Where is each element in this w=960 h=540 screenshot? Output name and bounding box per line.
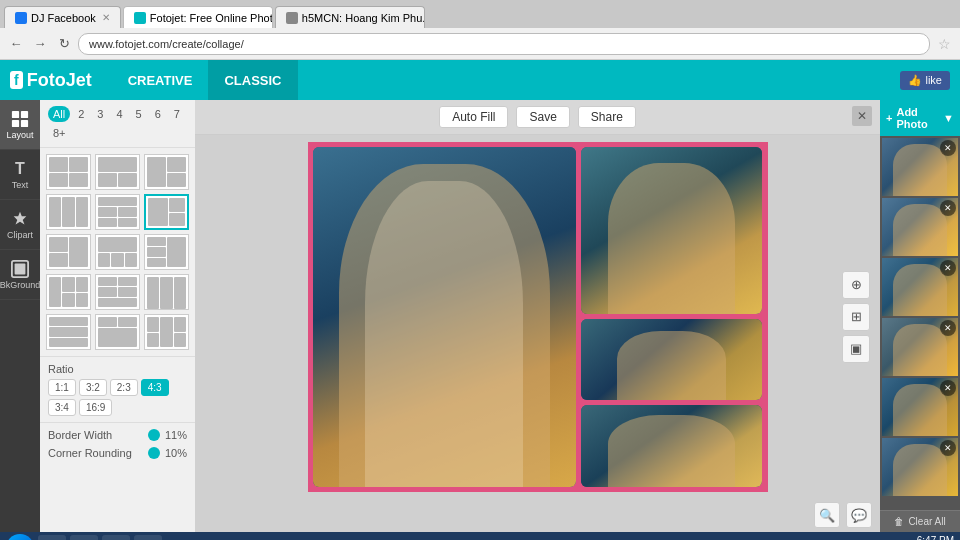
fotojet-favicon — [134, 12, 146, 24]
ratio-4-3[interactable]: 4:3 — [141, 379, 169, 396]
corner-rounding-thumb[interactable] — [148, 447, 160, 459]
canvas-wrapper: ⊕ ⊞ ▣ — [195, 135, 880, 498]
lt-cell — [147, 333, 159, 348]
back-button[interactable]: ← — [6, 34, 26, 54]
app-header: f FotoJet CREATIVE CLASSIC 👍 like — [0, 60, 960, 100]
layout-tab-all[interactable]: All — [48, 106, 70, 122]
chat-button[interactable]: 💬 — [846, 502, 872, 528]
nav-creative[interactable]: CREATIVE — [112, 60, 209, 100]
layout-thumb-10[interactable] — [46, 274, 91, 310]
taskbar-app[interactable]: 📷 — [134, 535, 162, 540]
layout-tab-2[interactable]: 2 — [73, 106, 89, 122]
layout-tab-8plus[interactable]: 8+ — [48, 125, 71, 141]
nav-classic[interactable]: CLASSIC — [208, 60, 297, 100]
lt-cell — [147, 317, 159, 332]
layout-thumb-15[interactable] — [144, 314, 189, 350]
layout-tab-4[interactable]: 4 — [111, 106, 127, 122]
ratio-2-3[interactable]: 2:3 — [110, 379, 138, 396]
lt-cell — [69, 173, 88, 188]
start-button[interactable]: ⊞ — [6, 534, 34, 540]
ratio-buttons: 1:1 3:2 2:3 4:3 3:4 16:9 — [48, 379, 187, 416]
tab-fotojet[interactable]: Fotojet: Free Online Photo... ✕ — [123, 6, 273, 28]
tab-facebook-close[interactable]: ✕ — [102, 12, 110, 23]
photo-thumb-5[interactable]: ✕ — [882, 378, 958, 436]
layout-thumb-1[interactable] — [46, 154, 91, 190]
corner-rounding-label: Corner Rounding — [48, 447, 148, 459]
layout-thumb-9[interactable] — [144, 234, 189, 270]
lt-cell — [169, 198, 185, 212]
address-bar[interactable]: www.fotojet.com/create/collage/ — [78, 33, 930, 55]
layout-thumb-11[interactable] — [95, 274, 140, 310]
layout-tab-7[interactable]: 7 — [169, 106, 185, 122]
thumb-overlay-3: ✕ — [940, 260, 956, 276]
tool-clipart[interactable]: Clipart — [0, 200, 40, 250]
zoom-out-button[interactable]: 🔍 — [814, 502, 840, 528]
bookmark-icon[interactable]: ☆ — [934, 34, 954, 54]
fb-like-button[interactable]: 👍 like — [900, 71, 950, 90]
thumb-overlay-5: ✕ — [940, 380, 956, 396]
collage-cell-2[interactable] — [581, 147, 763, 315]
layout-thumb-7[interactable] — [46, 234, 91, 270]
tab-facebook[interactable]: DJ Facebook ✕ — [4, 6, 121, 28]
lt-cell — [160, 317, 172, 347]
photo-thumb-4[interactable]: ✕ — [882, 318, 958, 376]
taskbar-folder[interactable]: 📁 — [102, 535, 130, 540]
lt-cell — [69, 237, 88, 267]
taskbar-explorer[interactable]: 🗂 — [38, 535, 66, 540]
lt-cell — [76, 277, 88, 292]
lt-cell — [167, 157, 186, 172]
other-favicon — [286, 12, 298, 24]
layout-thumb-5[interactable] — [95, 194, 140, 230]
browser-tabs: DJ Facebook ✕ Fotojet: Free Online Photo… — [0, 0, 960, 28]
photo-thumb-3[interactable]: ✕ — [882, 258, 958, 316]
zoom-in-canvas-button[interactable]: ⊕ — [842, 271, 870, 299]
share-button[interactable]: Share — [578, 106, 636, 128]
photo-thumb-6[interactable]: ✕ — [882, 438, 958, 496]
refresh-button[interactable]: ↻ — [54, 34, 74, 54]
border-width-thumb[interactable] — [148, 429, 160, 441]
save-button[interactable]: Save — [516, 106, 569, 128]
layout-tab-6[interactable]: 6 — [150, 106, 166, 122]
layout-thumb-8[interactable] — [95, 234, 140, 270]
add-photo-button[interactable]: + Add Photo ▼ — [880, 100, 960, 136]
tool-text-label: Text — [12, 180, 29, 190]
layout-thumb-3[interactable] — [144, 154, 189, 190]
tool-text[interactable]: T Text — [0, 150, 40, 200]
collage-cell-1[interactable] — [313, 147, 576, 487]
ratio-16-9[interactable]: 16:9 — [79, 399, 112, 416]
flip-canvas-button[interactable]: ▣ — [842, 335, 870, 363]
lt-cell — [76, 293, 88, 308]
collage-cell-3[interactable] — [581, 319, 763, 400]
layout-thumb-12[interactable] — [144, 274, 189, 310]
close-canvas-button[interactable]: ✕ — [852, 106, 872, 126]
tab-other[interactable]: h5MCN: Hoang Kim Phu... ✕ — [275, 6, 425, 28]
taskbar: ⊞ 🗂 📁 📷 EN 🔊 📶 6:47 PM 12/3/2015 — [0, 532, 960, 540]
lt-cell — [147, 247, 166, 256]
lt-cell — [118, 173, 137, 188]
tool-background[interactable]: BkGround — [0, 250, 40, 300]
ratio-3-4[interactable]: 3:4 — [48, 399, 76, 416]
collage-cell-4[interactable] — [581, 405, 763, 486]
layout-thumb-2[interactable] — [95, 154, 140, 190]
layout-thumb-6[interactable] — [144, 194, 189, 230]
photo-thumb-2[interactable]: ✕ — [882, 198, 958, 256]
tool-layout[interactable]: Layout — [0, 100, 40, 150]
ratio-3-2[interactable]: 3:2 — [79, 379, 107, 396]
layout-thumb-13[interactable] — [46, 314, 91, 350]
layout-tab-bar: All 2 3 4 5 6 7 8+ — [40, 100, 195, 148]
auto-fill-button[interactable]: Auto Fill — [439, 106, 508, 128]
logo-text: FotoJet — [27, 70, 92, 91]
layout-thumb-4[interactable] — [46, 194, 91, 230]
forward-button[interactable]: → — [30, 34, 50, 54]
ratio-1-1[interactable]: 1:1 — [48, 379, 76, 396]
layout-tab-5[interactable]: 5 — [131, 106, 147, 122]
lt-cell — [62, 293, 74, 308]
crop-canvas-button[interactable]: ⊞ — [842, 303, 870, 331]
lt-cell — [98, 173, 117, 188]
layout-thumb-14[interactable] — [95, 314, 140, 350]
lt-cell — [69, 157, 88, 172]
clear-all-button[interactable]: 🗑 Clear All — [880, 510, 960, 532]
taskbar-chrome[interactable] — [70, 535, 98, 540]
photo-thumb-1[interactable]: ✕ — [882, 138, 958, 196]
layout-tab-3[interactable]: 3 — [92, 106, 108, 122]
